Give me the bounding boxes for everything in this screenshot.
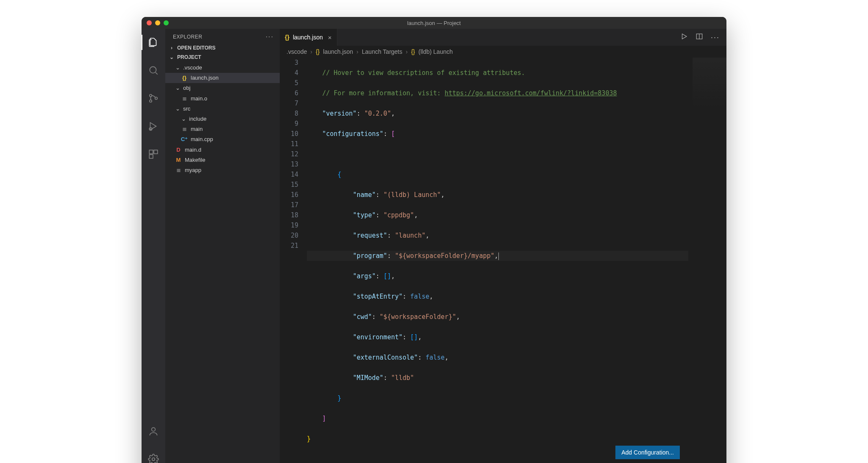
- play-icon: [680, 33, 688, 40]
- scm-activity[interactable]: [142, 89, 165, 108]
- settings-activity[interactable]: [142, 450, 165, 463]
- svg-point-8: [152, 427, 156, 431]
- debug-activity[interactable]: [142, 117, 165, 136]
- split-layout-icon: [696, 33, 703, 40]
- chevron-right-icon: ›: [356, 48, 359, 55]
- titlebar[interactable]: launch.json — Project: [142, 17, 726, 29]
- chevron-right-icon: ›: [169, 45, 175, 51]
- explorer-sidebar: EXPLORER ··· › OPEN EDITORS ⌄ PROJECT ⌄.…: [165, 29, 280, 463]
- svg-point-3: [155, 97, 157, 99]
- chevron-down-icon: ⌄: [169, 54, 175, 60]
- chevron-down-icon: ⌄: [175, 64, 181, 72]
- gear-icon: [148, 454, 159, 463]
- file-launch-json[interactable]: {}launch.json: [165, 73, 280, 83]
- file-icon: ≣: [181, 95, 188, 103]
- chevron-right-icon: ⌄: [181, 115, 186, 123]
- project-label: PROJECT: [177, 54, 201, 60]
- svg-point-1: [150, 94, 152, 97]
- window-title: launch.json — Project: [142, 20, 726, 26]
- close-tab-button[interactable]: ×: [328, 34, 332, 41]
- editor-content[interactable]: 3456789101112131415161718192021 // Hover…: [280, 58, 726, 463]
- explorer-title: EXPLORER: [173, 34, 202, 40]
- explorer-activity[interactable]: [142, 33, 165, 52]
- breadcrumbs[interactable]: .vscode › {} launch.json › Launch Target…: [280, 46, 726, 58]
- file-makefile[interactable]: MMakefile: [165, 155, 280, 165]
- extensions-activity[interactable]: [142, 145, 165, 164]
- file-tree: ⌄.vscode {}launch.json ⌄obj ≣main.o ⌄src…: [165, 62, 280, 463]
- breadcrumb-item[interactable]: .vscode: [287, 48, 307, 55]
- chevron-right-icon: ›: [406, 48, 408, 55]
- file-main-d[interactable]: Dmain.d: [165, 145, 280, 155]
- open-editors-label: OPEN EDITORS: [177, 45, 215, 51]
- open-editors-section[interactable]: › OPEN EDITORS: [165, 43, 280, 53]
- run-button[interactable]: [680, 33, 688, 42]
- explorer-more-button[interactable]: ···: [266, 33, 274, 41]
- svg-rect-6: [154, 150, 158, 154]
- vscode-window: launch.json — Project: [142, 17, 726, 463]
- code-view[interactable]: // Hover to view descriptions of existin…: [307, 58, 726, 463]
- file-main[interactable]: ≣main: [165, 124, 280, 134]
- split-editor-button[interactable]: [696, 33, 703, 42]
- extensions-icon: [148, 149, 159, 160]
- close-window-button[interactable]: [147, 20, 152, 25]
- folder-obj[interactable]: ⌄obj: [165, 83, 280, 93]
- json-icon: {}: [285, 34, 289, 41]
- line-number-gutter: 3456789101112131415161718192021: [280, 58, 307, 463]
- search-icon: [148, 65, 159, 76]
- svg-point-0: [150, 67, 156, 73]
- chevron-down-icon: ⌄: [175, 105, 181, 113]
- source-control-icon: [148, 93, 159, 104]
- account-activity[interactable]: [142, 422, 165, 441]
- traffic-lights: [147, 20, 169, 25]
- tab-bar: {} launch.json × ···: [280, 29, 726, 46]
- add-configuration-button[interactable]: Add Configuration...: [615, 446, 680, 459]
- files-icon: [148, 37, 159, 48]
- makefile-icon: M: [175, 156, 182, 164]
- file-main-cpp[interactable]: C⁺main.cpp: [165, 134, 280, 144]
- svg-rect-7: [149, 155, 153, 158]
- json-icon: {}: [181, 74, 188, 82]
- activity-bar: [142, 29, 165, 463]
- file-myapp[interactable]: ≣myapp: [165, 165, 280, 175]
- project-section[interactable]: ⌄ PROJECT: [165, 53, 280, 62]
- tab-launch-json[interactable]: {} launch.json ×: [280, 29, 337, 46]
- cpp-icon: C⁺: [181, 136, 188, 143]
- json-icon: {}: [411, 48, 415, 55]
- svg-point-2: [150, 100, 152, 102]
- folder-vscode[interactable]: ⌄.vscode: [165, 63, 280, 73]
- chevron-down-icon: ⌄: [175, 84, 181, 92]
- file-main-o[interactable]: ≣main.o: [165, 94, 280, 104]
- search-activity[interactable]: [142, 61, 165, 80]
- svg-point-9: [152, 458, 155, 461]
- svg-rect-5: [149, 150, 153, 154]
- breadcrumb-item[interactable]: launch.json: [323, 48, 353, 55]
- text-cursor: [498, 252, 499, 260]
- breadcrumb-item[interactable]: (lldb) Launch: [418, 48, 453, 55]
- d-icon: D: [175, 146, 182, 154]
- account-icon: [148, 426, 159, 437]
- editor-more-button[interactable]: ···: [711, 33, 720, 42]
- file-icon: ≣: [181, 125, 188, 133]
- minimap[interactable]: [693, 58, 726, 121]
- minimize-window-button[interactable]: [155, 20, 160, 25]
- folder-include[interactable]: ⌄include: [165, 114, 280, 124]
- json-icon: {}: [316, 48, 320, 55]
- tab-label: launch.json: [293, 34, 323, 41]
- maximize-window-button[interactable]: [164, 20, 169, 25]
- folder-src[interactable]: ⌄src: [165, 104, 280, 114]
- run-debug-icon: [148, 121, 159, 132]
- breadcrumb-item[interactable]: Launch Targets: [362, 48, 402, 55]
- chevron-right-icon: ›: [310, 48, 312, 55]
- file-icon: ≣: [175, 166, 182, 174]
- editor-area: {} launch.json × ··· .vscode › {} launch…: [280, 29, 726, 463]
